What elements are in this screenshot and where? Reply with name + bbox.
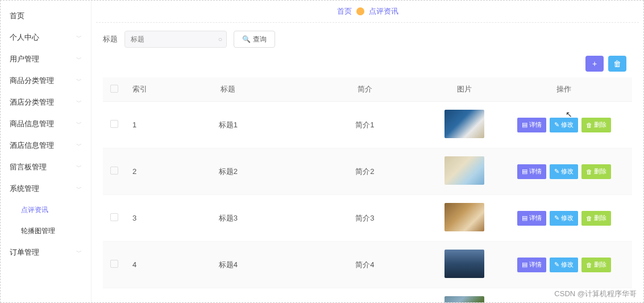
sidebar-item-orders[interactable]: 订单管理 ﹀ — [1, 242, 91, 263]
edit-icon: ✎ — [554, 214, 559, 222]
chevron-down-icon: ﹀ — [76, 77, 82, 85]
sidebar-item-product-category[interactable]: 商品分类管理 ﹀ — [1, 70, 91, 92]
toolbar: + 🗑 — [92, 56, 643, 77]
list-icon: ▤ — [522, 121, 527, 128]
cell-title: 标题5 — [160, 288, 297, 303]
cell-summary: 简介1 — [297, 102, 434, 148]
cell-title: 标题4 — [160, 242, 297, 288]
breadcrumb-home[interactable]: 首页 — [337, 6, 352, 16]
chevron-down-icon: ﹀ — [76, 55, 82, 63]
chevron-down-icon: ﹀ — [76, 142, 82, 150]
search-input-wrap: ○ — [124, 31, 227, 48]
select-all-checkbox[interactable] — [110, 85, 118, 93]
detail-button[interactable]: ▤详情 — [517, 211, 546, 226]
chevron-down-icon: ﹀ — [76, 248, 82, 256]
cell-index: 5 — [126, 288, 160, 303]
chevron-down-icon: ﹀ — [76, 120, 82, 128]
sidebar-item-system[interactable]: 系统管理 ﹀ — [1, 178, 91, 200]
row-ops: ▤详情 ✎修改 🗑删除 — [500, 211, 628, 226]
edit-button[interactable]: ✎修改 — [550, 164, 578, 179]
cell-summary: 简介3 — [297, 195, 434, 242]
cell-index: 2 — [126, 148, 160, 195]
table-row: 5 标题5 简介5 ▤详情 ✎修改 🗑删除 — [103, 288, 632, 303]
header-image: 图片 — [433, 77, 496, 102]
add-button[interactable]: + — [585, 56, 604, 72]
row-checkbox[interactable] — [110, 260, 118, 268]
edit-icon: ✎ — [554, 121, 559, 128]
sidebar-item-label: 商品信息管理 — [10, 119, 54, 129]
bulk-delete-button[interactable]: 🗑 — [608, 56, 626, 72]
cell-index: 3 — [126, 195, 160, 242]
sidebar-item-label: 点评资讯 — [21, 205, 48, 215]
table-row: 2 标题2 简介2 ▤详情 ✎修改 🗑删除 — [103, 148, 632, 195]
table-row: 3 标题3 简介3 ▤详情 ✎修改 🗑删除 — [103, 195, 632, 242]
table-header-row: 索引 标题 简介 图片 操作 — [103, 77, 632, 102]
detail-button[interactable]: ▤详情 — [517, 258, 546, 272]
sidebar-item-hotel-info[interactable]: 酒店信息管理 ﹀ — [1, 135, 91, 156]
header-summary: 简介 — [297, 77, 434, 102]
cell-index: 1 — [126, 102, 160, 148]
plus-icon: + — [592, 59, 597, 68]
search-label: 标题 — [103, 34, 118, 44]
header-ops: 操作 — [496, 77, 632, 102]
search-bar: 标题 ○ 🔍 查询 — [92, 23, 643, 56]
chevron-down-icon: ﹀ — [76, 185, 82, 193]
search-icon: 🔍 — [242, 35, 251, 43]
sidebar-item-label: 个人中心 — [10, 32, 39, 43]
list-icon: ▤ — [522, 214, 527, 222]
row-checkbox[interactable] — [110, 213, 118, 221]
breadcrumb-current: 点评资讯 — [369, 6, 398, 16]
delete-button[interactable]: 🗑删除 — [581, 211, 611, 226]
sidebar-item-label: 首页 — [10, 11, 24, 21]
search-button[interactable]: 🔍 查询 — [234, 31, 275, 48]
search-icon: ○ — [218, 35, 222, 43]
sidebar-item-label: 留言板管理 — [10, 162, 47, 172]
search-input[interactable] — [124, 31, 227, 48]
sidebar-item-home[interactable]: 首页 — [1, 5, 91, 27]
sidebar-item-users[interactable]: 用户管理 ﹀ — [1, 48, 91, 70]
header-title: 标题 — [160, 77, 297, 102]
row-ops: ▤详情 ✎修改 🗑删除 — [500, 164, 628, 179]
sidebar-item-personal[interactable]: 个人中心 ﹀ — [1, 27, 91, 48]
thumbnail-image — [444, 296, 484, 302]
sidebar-item-product-info[interactable]: 商品信息管理 ﹀ — [1, 113, 91, 135]
row-ops: ▤详情 ✎修改 🗑删除 — [500, 118, 628, 132]
sidebar-item-hotel-category[interactable]: 酒店分类管理 ﹀ — [1, 92, 91, 113]
chevron-down-icon: ﹀ — [76, 98, 82, 106]
sidebar-item-reviews[interactable]: 点评资讯 — [1, 200, 91, 221]
edit-button[interactable]: ✎修改 — [550, 258, 578, 272]
table-row: 4 标题4 简介4 ▤详情 ✎修改 🗑删除 — [103, 242, 632, 288]
row-checkbox[interactable] — [110, 120, 118, 128]
edit-icon: ✎ — [554, 168, 559, 175]
row-ops: ▤详情 ✎修改 🗑删除 — [500, 258, 628, 272]
sidebar-item-message-board[interactable]: 留言板管理 ﹀ — [1, 156, 91, 178]
cell-summary: 简介5 — [297, 288, 434, 303]
cell-title: 标题2 — [160, 148, 297, 195]
chevron-down-icon: ﹀ — [76, 34, 82, 41]
delete-button[interactable]: 🗑删除 — [581, 258, 611, 272]
thumbnail-image — [444, 156, 484, 185]
row-checkbox[interactable] — [110, 167, 118, 175]
edit-button[interactable]: ✎修改 — [550, 211, 578, 226]
thumbnail-image — [444, 203, 484, 231]
main-content: 首页 点评资讯 标题 ○ 🔍 查询 + 🗑 — [92, 1, 643, 302]
thumbnail-image — [444, 110, 484, 138]
delete-button[interactable]: 🗑删除 — [581, 164, 611, 179]
detail-button[interactable]: ▤详情 — [517, 118, 546, 132]
table-row: 1 标题1 简介1 ▤详情 ✎修改 🗑删除 — [103, 102, 632, 148]
sidebar-item-label: 轮播图管理 — [21, 226, 55, 236]
thumbnail-image — [444, 250, 484, 278]
sidebar-item-carousel[interactable]: 轮播图管理 — [1, 221, 91, 242]
header-index: 索引 — [126, 77, 160, 102]
list-icon: ▤ — [522, 261, 527, 268]
sidebar-item-label: 酒店信息管理 — [10, 140, 54, 151]
cell-title: 标题3 — [160, 195, 297, 242]
data-table-wrap: 索引 标题 简介 图片 操作 1 标题1 简介1 — [92, 77, 643, 302]
edit-button[interactable]: ✎修改 — [550, 118, 578, 132]
cell-title: 标题1 — [160, 102, 297, 148]
detail-button[interactable]: ▤详情 — [517, 164, 546, 179]
data-table: 索引 标题 简介 图片 操作 1 标题1 简介1 — [103, 77, 632, 302]
delete-button[interactable]: 🗑删除 — [581, 118, 611, 132]
trash-icon: 🗑 — [613, 59, 621, 68]
search-button-label: 查询 — [253, 35, 267, 44]
